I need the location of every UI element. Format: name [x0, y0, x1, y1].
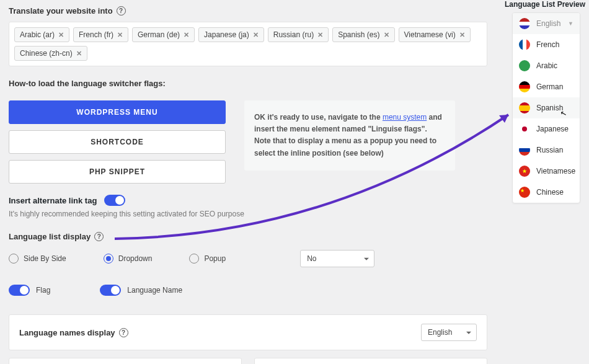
chip-label: Vietnamese (vi) — [404, 30, 456, 39]
chip-label: Chinese (zh-cn) — [20, 49, 73, 58]
chip-arabic[interactable]: Arabic (ar)✕ — [14, 27, 69, 42]
chip-french[interactable]: French (fr)✕ — [73, 27, 128, 42]
chip-label: Russian (ru) — [273, 30, 314, 39]
flag-toggle[interactable] — [9, 285, 30, 296]
preview-list[interactable]: English ▼ French Arabic German Spanish J… — [512, 12, 580, 203]
preview-item-english[interactable]: English ▼ — [513, 13, 580, 34]
flag-icon — [519, 39, 530, 50]
chip-german[interactable]: German (de)✕ — [132, 27, 195, 42]
preview-item-chinese[interactable]: Chinese — [513, 182, 580, 203]
radio-label: Side By Side — [24, 254, 66, 263]
flag-style-panel: Flag style ? Round — [9, 358, 242, 364]
names-display-select[interactable]: English — [421, 324, 477, 341]
preview-item-label: Arabic — [536, 61, 557, 70]
close-icon[interactable]: ✕ — [117, 31, 123, 39]
toggle-label: Language Name — [127, 286, 182, 295]
info-strong: OK it's ready to use, navigate to the — [254, 113, 383, 122]
flag-icon — [519, 18, 530, 29]
info-box: OK it's ready to use, navigate to the me… — [244, 100, 455, 171]
close-icon[interactable]: ✕ — [459, 31, 465, 39]
wordpress-menu-button[interactable]: WORDPRESS MENU — [9, 100, 226, 124]
names-display-label: Language names display — [19, 328, 115, 337]
chip-label: Arabic (ar) — [20, 30, 55, 39]
preview-item-french[interactable]: French — [513, 34, 580, 55]
preview-item-spanish[interactable]: Spanish — [513, 97, 580, 118]
radio-dropdown[interactable] — [104, 254, 113, 264]
menu-system-link[interactable]: menu system — [383, 113, 427, 122]
preview-item-label: German — [536, 82, 563, 91]
chip-vietnamese[interactable]: Vietnamese (vi)✕ — [399, 27, 471, 42]
preview-item-vietnamese[interactable]: Vietnamese — [513, 161, 580, 182]
select-value: No — [307, 254, 316, 263]
chip-label: German (de) — [138, 30, 180, 39]
close-icon[interactable]: ✕ — [384, 31, 389, 39]
close-icon[interactable]: ✕ — [253, 31, 259, 39]
toggle-label: Flag — [36, 286, 50, 295]
chip-russian[interactable]: Russian (ru)✕ — [268, 27, 329, 42]
preview-item-russian[interactable]: Russian — [513, 140, 580, 161]
flag-icon — [519, 102, 530, 113]
chip-japanese[interactable]: Japanese (ja)✕ — [198, 27, 264, 42]
radio-side-by-side[interactable] — [9, 254, 19, 264]
chip-chinese[interactable]: Chinese (zh-cn)✕ — [14, 46, 87, 61]
help-icon[interactable]: ? — [117, 6, 126, 16]
preview-item-label: Japanese — [536, 125, 569, 133]
preview-title: Language List Preview — [505, 0, 580, 9]
chip-label: French (fr) — [79, 30, 113, 39]
help-icon[interactable]: ? — [94, 232, 104, 241]
select-value: English — [428, 328, 452, 337]
flag-icon — [519, 60, 530, 71]
radio-popup[interactable] — [189, 254, 199, 264]
shortcode-button[interactable]: SHORTCODE — [9, 130, 226, 154]
preview-item-label: Vietnamese — [536, 167, 575, 175]
preview-item-japanese[interactable]: Japanese — [513, 118, 580, 140]
flag-icon — [519, 144, 530, 156]
preview-item-label: English — [536, 19, 560, 28]
flag-icon — [519, 123, 530, 135]
translate-label: Translate your website into — [9, 6, 113, 16]
language-chip-container[interactable]: Arabic (ar)✕ French (fr)✕ German (de)✕ J… — [9, 22, 487, 66]
preview-item-german[interactable]: German — [513, 76, 580, 97]
chip-label: Spanish (es) — [338, 30, 379, 39]
list-display-label: Language list display — [9, 232, 91, 241]
preview-item-label: Chinese — [536, 188, 564, 197]
preview-item-arabic[interactable]: Arabic — [513, 55, 580, 76]
radio-label: Popup — [204, 254, 226, 263]
names-display-panel: Language names display ? English — [9, 314, 487, 350]
radio-label: Dropdown — [118, 254, 153, 263]
close-icon[interactable]: ✕ — [184, 31, 189, 39]
alternate-toggle[interactable] — [104, 195, 125, 206]
help-icon[interactable]: ? — [119, 328, 128, 337]
flag-size-panel: Flag size (px) ? — [254, 358, 487, 364]
flag-icon — [519, 187, 530, 198]
php-snippet-button[interactable]: PHP SNIPPET — [9, 160, 226, 184]
chevron-down-icon: ▼ — [568, 20, 574, 27]
list-display-select[interactable]: No — [300, 250, 374, 267]
howto-label: How-to load the language switcher flags: — [9, 79, 166, 88]
chip-label: Japanese (ja) — [204, 30, 249, 39]
flag-icon — [519, 81, 530, 92]
close-icon[interactable]: ✕ — [76, 50, 82, 58]
preview-item-label: French — [536, 40, 559, 49]
alternate-hint: It's highly recommended keeping this set… — [9, 210, 487, 218]
close-icon[interactable]: ✕ — [317, 31, 323, 39]
language-name-toggle[interactable] — [100, 285, 121, 296]
chip-spanish[interactable]: Spanish (es)✕ — [332, 27, 394, 42]
close-icon[interactable]: ✕ — [58, 31, 64, 39]
flag-icon — [519, 166, 530, 177]
alternate-label: Insert alternate link tag — [9, 196, 97, 205]
preview-item-label: Russian — [536, 146, 563, 154]
